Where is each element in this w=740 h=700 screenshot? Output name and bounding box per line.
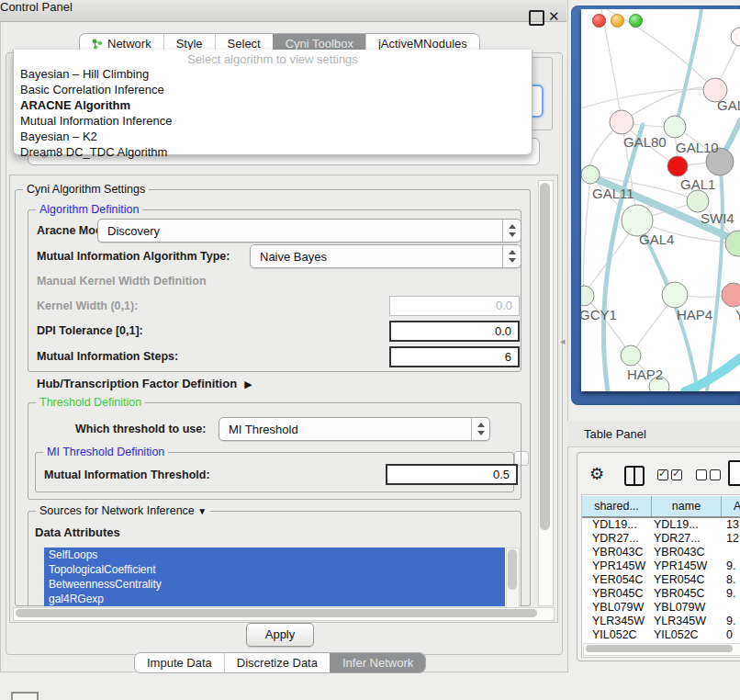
combo-stepper-icon (502, 220, 521, 242)
table-panel-title: Table Panel (584, 427, 646, 441)
partial-corner-widget (11, 692, 39, 700)
attribute-item[interactable]: SelfLoops (44, 548, 505, 562)
attributes-scrollbar-knob[interactable] (508, 549, 517, 590)
tab-label: Impute Data (147, 656, 212, 670)
tab-label: Select (228, 37, 261, 51)
table-cell: 12 (722, 532, 740, 546)
aracne-mode-combobox[interactable]: Discovery (97, 219, 521, 243)
checked-checkbox-icon[interactable] (671, 469, 682, 480)
column-header-name[interactable]: name (652, 496, 722, 516)
network-node[interactable] (610, 110, 633, 134)
table-horizontal-knob[interactable] (586, 645, 733, 652)
table-row[interactable]: YIL052CYIL052C0 (582, 628, 740, 642)
document-icon[interactable] (728, 460, 740, 486)
minimize-traffic-light-icon[interactable] (611, 14, 624, 28)
kernel-width-label: Kernel Width (0,1): (37, 299, 138, 312)
table-row[interactable]: YBL079WYBL079W (582, 601, 740, 615)
mi-type-combobox[interactable]: Naive Bayes (250, 244, 521, 268)
attribute-item[interactable]: gal4RGexp (44, 592, 505, 606)
gear-icon[interactable]: ⚙ (589, 464, 604, 484)
algorithm-option[interactable]: Bayesian – K2 (14, 129, 532, 144)
network-node-label: GAL4 (639, 231, 674, 247)
network-node[interactable] (581, 165, 600, 184)
mi-threshold-field[interactable]: 0.5 (386, 464, 518, 485)
kernel-width-field[interactable]: 0.0 (389, 296, 520, 316)
which-threshold-value: MI Threshold (229, 423, 298, 436)
table-cell: YBL079W (582, 601, 652, 615)
network-node[interactable] (722, 283, 740, 307)
close-icon[interactable]: ✕ (548, 8, 560, 25)
table-row[interactable]: YDR27...YDR27...12 (582, 532, 740, 546)
network-node-label: GAL8 (717, 97, 740, 113)
tab-impute-data[interactable]: Impute Data (135, 653, 224, 672)
network-node-label: GCY1 (581, 307, 617, 322)
table-cell: YDR27... (582, 532, 652, 546)
attribute-item[interactable]: TopologicalCoefficient (44, 562, 505, 577)
network-node-label: GAL10 (676, 140, 719, 155)
sources-title[interactable]: Sources for Network Inference ▼ (36, 504, 210, 517)
combo-stepper-icon (502, 245, 521, 267)
dpi-tolerance-field[interactable]: 0.0 (389, 321, 520, 342)
algorithm-option[interactable]: Mutual Information Inference (14, 113, 532, 129)
algorithm-dropdown-placeholder: Select algorithm to view settings (14, 50, 532, 66)
algorithm-definition-title: Algorithm Definition (36, 203, 142, 216)
unchecked-checkbox-icon[interactable] (710, 469, 721, 480)
table-row[interactable]: YLR345WYLR345W9. (582, 615, 740, 628)
network-node[interactable] (664, 116, 686, 138)
tab-discretize-data[interactable]: Discretize Data (224, 653, 330, 672)
algorithm-option[interactable]: ARACNE Algorithm (14, 97, 532, 113)
column-header-clipped[interactable]: A (722, 496, 740, 516)
network-node[interactable] (581, 286, 594, 306)
split-columns-icon[interactable] (624, 466, 645, 486)
settings-horizontal-knob[interactable] (16, 609, 537, 617)
float-window-icon[interactable] (529, 10, 544, 26)
network-edge (584, 296, 631, 356)
network-view[interactable]: GAL8GAL80GAL10GAL11GAL1SWI4GAL4GCY1HAP4Y… (581, 9, 740, 391)
algorithm-option[interactable]: Bayesian – Hill Climbing (14, 66, 532, 82)
tab-infer-network[interactable]: Infer Network (330, 653, 425, 672)
table-cell: YLR345W (582, 615, 652, 628)
table-row[interactable]: YDL19...YDL19...13 (582, 518, 740, 532)
network-edge-highlight (707, 162, 723, 391)
checked-checkbox-icon[interactable] (657, 469, 668, 480)
combo-stepper-icon (471, 418, 489, 440)
table-row[interactable]: YER054CYER054C8. (582, 573, 740, 587)
network-node-label: SWI4 (701, 210, 734, 226)
hub-definition-toggle[interactable]: Hub/Transcription Factor Definition▶ (37, 377, 252, 390)
network-node[interactable] (687, 190, 709, 212)
apply-button[interactable]: Apply (246, 623, 314, 647)
unchecked-checkbox-icon[interactable] (696, 469, 707, 480)
tab-label: Network (107, 37, 151, 51)
network-node[interactable] (662, 282, 688, 308)
settings-vertical-knob[interactable] (540, 183, 550, 530)
table-cell: YDL19... (582, 518, 652, 532)
network-node[interactable] (731, 28, 740, 46)
network-node[interactable] (667, 156, 688, 176)
network-node-label: HAP2 (627, 367, 663, 382)
column-header-shared-name[interactable]: shared... (582, 496, 652, 516)
attribute-item[interactable]: BetweennessCentrality (44, 577, 505, 592)
network-node-label: Y (735, 307, 740, 322)
close-traffic-light-icon[interactable] (592, 14, 606, 28)
which-threshold-combobox[interactable]: MI Threshold (219, 417, 490, 441)
splitter-collapse-icon[interactable]: ◂ (560, 335, 566, 347)
algorithm-option[interactable]: Basic Correlation Inference (14, 82, 532, 97)
algorithm-option[interactable]: Dream8 DC_TDC Algorithm (14, 144, 532, 160)
network-node[interactable] (621, 345, 641, 366)
table-cell: YPR145W (652, 559, 722, 573)
table-cell: 9. (722, 615, 740, 628)
table-row[interactable]: YPR145WYPR145W9. (582, 559, 740, 573)
table-cell: YBR045C (652, 587, 722, 601)
table-body: YDL19...YDL19...13YDR27...YDR27...12YBR0… (582, 518, 740, 643)
table-cell: 9. (722, 587, 740, 601)
table-cell: 13 (722, 518, 740, 532)
table-row[interactable]: YBR043CYBR043C (582, 546, 740, 559)
table-panel-titlebar: Table Panel (567, 421, 740, 447)
table-row[interactable]: YBR045CYBR045C9. (582, 587, 740, 601)
data-attributes-list[interactable]: SelfLoopsTopologicalCoefficientBetweenne… (44, 548, 520, 606)
algorithm-dropdown-list: Bayesian – Hill ClimbingBasic Correlatio… (14, 66, 532, 160)
mi-steps-field[interactable]: 6 (389, 346, 520, 367)
tab-label: Style (176, 37, 203, 51)
table-cell: 9. (722, 559, 740, 573)
zoom-traffic-light-icon[interactable] (629, 14, 643, 28)
